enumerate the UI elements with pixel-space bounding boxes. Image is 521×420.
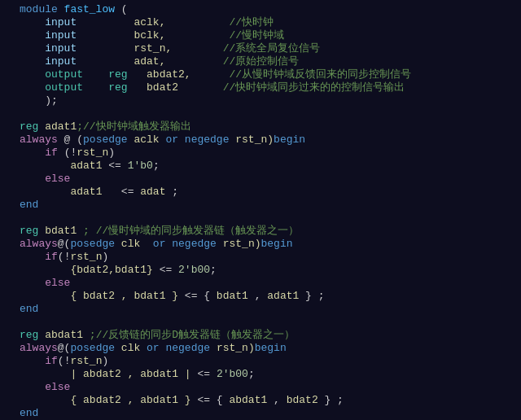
token: [20, 16, 45, 28]
token: rst_n): [229, 133, 274, 146]
token: end: [20, 303, 38, 315]
code-line: reg adat1;//快时钟域触发器输出: [0, 120, 521, 133]
token: ;: [165, 186, 178, 198]
token: [128, 68, 147, 81]
token: [20, 277, 45, 289]
token: [20, 186, 70, 198]
token: [20, 290, 70, 302]
token: [20, 160, 70, 172]
token: reg: [20, 329, 45, 341]
token: //从慢时钟域反馈回来的同步控制信号: [191, 68, 411, 81]
token: reg: [20, 120, 45, 133]
code-line: reg bdat1 ; //慢时钟域的同步触发器链（触发器之一）: [0, 225, 521, 238]
token: adat,: [134, 55, 165, 68]
token: 2'b00: [217, 368, 248, 380]
code-content: end: [20, 199, 518, 212]
code-content: input bclk, //慢时钟域: [20, 29, 518, 42]
token: (: [115, 3, 128, 15]
token: rst_n): [217, 238, 261, 250]
token: [20, 147, 45, 159]
token: <=: [153, 264, 178, 276]
token: 2'b00: [178, 264, 210, 276]
token: [20, 29, 45, 42]
code-line: );: [0, 94, 521, 107]
token: adat1: [267, 290, 299, 302]
code-line: input adat, //原始控制信号: [0, 55, 521, 68]
code-content: adat1 <= 1'b0;: [20, 160, 518, 173]
token: <= {: [191, 394, 230, 406]
token: abdat1: [229, 394, 267, 406]
token: ;: [248, 368, 255, 380]
token: ,: [267, 394, 286, 406]
token: [20, 381, 45, 393]
token: else: [45, 381, 70, 393]
code-line: { abdat2 , abdat1 } <= { abdat1 , bdat2 …: [0, 394, 521, 407]
token: //慢时钟域: [165, 29, 284, 42]
token: [20, 94, 45, 107]
token: { bdat2 , bdat1 }: [70, 290, 178, 302]
token: aclk: [128, 133, 166, 146]
token: ; //慢时钟域的同步触发器链（触发器之一）: [77, 225, 299, 237]
token: //系统全局复位信号: [172, 42, 320, 55]
token: } ;: [299, 290, 324, 302]
token: [20, 173, 45, 185]
token: rst_n: [77, 147, 108, 159]
token: abdat2,: [147, 68, 191, 81]
token: rst_n: [70, 355, 102, 367]
code-line: {bdat2,bdat1} <= 2'b00;: [0, 264, 521, 277]
token: <=: [102, 186, 140, 198]
code-line: adat1 <= 1'b0;: [0, 160, 521, 173]
token: @(: [58, 342, 71, 354]
token: [20, 368, 70, 380]
token: input: [45, 16, 77, 28]
code-content: if (!rst_n): [20, 147, 518, 160]
code-content: output reg abdat2, //从慢时钟域反馈回来的同步控制信号: [20, 68, 518, 81]
code-content: module fast_low (: [20, 3, 518, 16]
code-line: input bclk, //慢时钟域: [0, 29, 521, 42]
code-content: input rst_n, //系统全局复位信号: [20, 42, 518, 55]
code-content: else: [20, 277, 518, 290]
token: <= {: [178, 290, 217, 302]
token: begin: [255, 342, 287, 354]
code-content: always@(posedge clk or negedge rst_n)beg…: [20, 342, 518, 355]
token: begin: [274, 133, 305, 146]
token: if: [45, 355, 58, 367]
token: @ (: [58, 133, 83, 146]
code-content: { abdat2 , abdat1 } <= { abdat1 , bdat2 …: [20, 394, 518, 407]
token: [77, 29, 134, 42]
token: | abdat2 , abdat1 |: [70, 368, 190, 380]
code-content: if(!rst_n): [20, 355, 518, 368]
code-line: else: [0, 173, 521, 186]
token: adat1: [70, 160, 102, 172]
code-line: reg abdat1 ;//反馈链的同步D触发器链（触发器之一）: [0, 329, 521, 342]
token: negedge: [185, 133, 230, 146]
token: fast_low: [64, 3, 115, 15]
token: bdat1: [45, 225, 77, 237]
token: [20, 394, 70, 406]
token: bdat2: [147, 81, 178, 94]
token: ,: [248, 290, 267, 302]
token: //快时钟: [165, 16, 274, 28]
token: [83, 68, 108, 81]
code-content: end: [20, 303, 518, 316]
token: [20, 264, 70, 276]
code-line: always @ (posedge aclk or negedge rst_n)…: [0, 133, 521, 147]
token: [77, 42, 134, 55]
code-editor: module fast_low ( input aclk, //快时钟 inpu…: [0, 0, 521, 420]
token: always: [20, 342, 58, 354]
code-content: [20, 212, 518, 225]
token: [77, 16, 134, 28]
token: if: [45, 147, 58, 159]
code-line: output reg bdat2 //快时钟域同步过来的的控制信号输出: [0, 81, 521, 94]
code-content: {bdat2,bdat1} <= 2'b00;: [20, 264, 518, 277]
code-line: if(!rst_n): [0, 251, 521, 264]
token: [77, 55, 134, 68]
token: //快时钟域同步过来的的控制信号输出: [178, 81, 405, 94]
code-line: [0, 107, 521, 120]
code-line: output reg abdat2, //从慢时钟域反馈回来的同步控制信号: [0, 68, 521, 81]
token: bdat2: [287, 394, 318, 406]
token: input: [45, 55, 77, 68]
token: ): [102, 355, 108, 367]
code-content: [20, 316, 518, 329]
code-line: if(!rst_n): [0, 355, 521, 368]
